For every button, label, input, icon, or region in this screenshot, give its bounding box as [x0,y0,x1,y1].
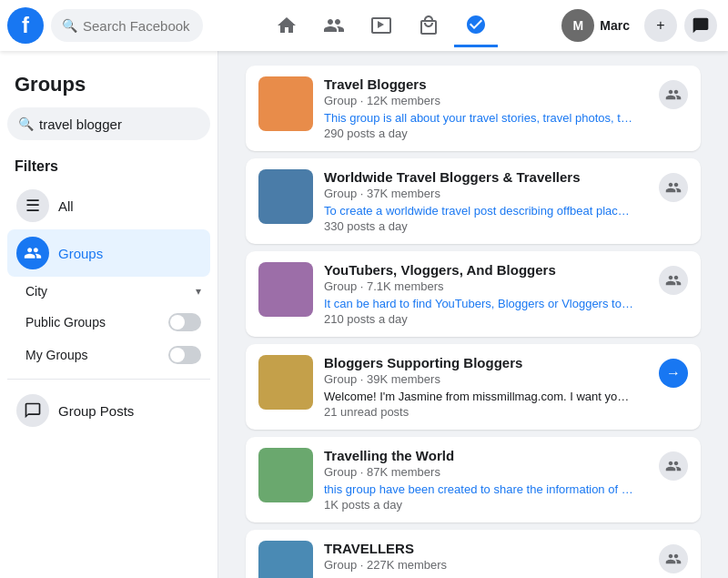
topnav-right: M Marc + [543,5,728,46]
group-card[interactable]: Travel Bloggers Group · 12K members This… [246,66,701,151]
group-posts-count: 290 posts a day [324,127,648,140]
group-card[interactable]: Bloggers Supporting Bloggers Group · 39K… [246,344,701,430]
sidebar-search-input[interactable] [39,117,212,132]
sidebar-title: Groups [7,66,210,107]
nav-friends[interactable] [312,4,356,47]
public-groups-toggle[interactable] [168,313,201,331]
my-groups-toggle[interactable] [168,346,201,364]
groups-list: Travel Bloggers Group · 12K members This… [246,66,701,578]
public-groups-label: Public Groups [25,315,106,330]
sidebar-search[interactable]: 🔍 [7,107,210,140]
group-info: Worldwide Travel Bloggers & Travellers G… [324,169,648,233]
group-thumbnail [258,541,313,578]
group-description: This group is all about your travel stor… [324,111,633,125]
sidebar-sub-city[interactable]: City ▾ [7,277,210,306]
group-info: Travelling the World Group · 87K members… [324,448,648,512]
search-icon: 🔍 [62,18,77,33]
group-thumbnail [258,76,313,131]
group-action: → [659,359,688,388]
sidebar: Groups 🔍 Filters ☰ All Groups City ▾ Pub… [0,51,218,578]
group-name: Worldwide Travel Bloggers & Travellers [324,169,648,185]
search-input[interactable] [83,18,192,34]
group-meta: Group · 37K members [324,187,648,200]
join-group-button[interactable] [659,544,688,573]
user-profile-button[interactable]: M Marc [554,5,637,46]
join-group-button[interactable] [659,80,688,109]
group-name: Bloggers Supporting Bloggers [324,355,648,370]
join-group-button[interactable] [659,266,688,295]
group-meta: Group · 87K members [324,465,648,479]
group-action [659,80,688,109]
group-thumb-placeholder [258,541,313,578]
group-name: Travelling the World [324,448,648,463]
group-posts-count: 210 posts a day [324,312,648,326]
group-card[interactable]: Travelling the World Group · 87K members… [246,437,701,522]
topnav-center [218,4,543,47]
group-action [659,544,688,573]
group-posts-count: 21 unread posts [324,405,648,419]
group-card[interactable]: YouTubers, Vloggers, And Bloggers Group … [246,251,701,337]
nav-watch[interactable] [359,4,403,47]
group-posts-count: 330 posts a day [324,219,648,233]
group-card[interactable]: Worldwide Travel Bloggers & Travellers G… [246,158,701,244]
group-meta: Group · 7.1K members [324,279,648,293]
nav-marketplace[interactable] [407,4,450,47]
avatar: M [561,9,594,42]
sidebar-sub-public-groups[interactable]: Public Groups [7,306,210,339]
join-group-button[interactable] [659,451,688,481]
chevron-down-icon: ▾ [196,285,201,298]
nav-home[interactable] [265,4,308,47]
sidebar-item-all-label: All [58,198,201,214]
sidebar-item-group-posts[interactable]: Group Posts [7,387,210,434]
filters-label: Filters [7,155,210,182]
user-name: Marc [600,18,630,33]
group-action [659,266,688,295]
group-thumb-placeholder [258,262,313,317]
sidebar-item-group-posts-label: Group Posts [58,403,201,419]
messenger-button[interactable] [684,9,717,42]
main-layout: Groups 🔍 Filters ☰ All Groups City ▾ Pub… [0,51,728,578]
all-icon: ☰ [16,189,49,222]
group-posts-count: 1K posts a day [324,498,648,512]
sidebar-search-icon: 🔍 [18,117,34,131]
group-info: YouTubers, Vloggers, And Bloggers Group … [324,262,648,326]
group-info: TRAVELLERS Group · 227K members WELCOME … [324,541,648,578]
my-groups-label: My Groups [25,348,87,362]
sidebar-divider [7,379,210,380]
join-group-button[interactable] [659,173,688,202]
topnav-left: f 🔍 [0,7,218,44]
group-thumbnail [258,355,313,410]
search-bar[interactable]: 🔍 [51,9,203,42]
group-description: this group have been created to share th… [324,482,633,496]
group-name: Travel Bloggers [324,76,648,92]
sidebar-item-all[interactable]: ☰ All [7,182,210,229]
group-card[interactable]: TRAVELLERS Group · 227K members WELCOME … [246,530,701,578]
group-description: To create a worldwide travel post descri… [324,204,633,218]
group-action [659,173,688,202]
groups-icon [16,237,49,269]
group-name: YouTubers, Vloggers, And Bloggers [324,262,648,278]
group-meta: Group · 12K members [324,94,648,107]
group-thumbnail [258,169,313,224]
group-meta: Group · 227K members [324,558,648,572]
city-label: City [25,284,47,299]
group-thumbnail [258,448,313,502]
main-content: Travel Bloggers Group · 12K members This… [218,51,728,578]
facebook-logo[interactable]: f [7,7,44,44]
group-thumbnail [258,262,313,317]
group-posts-icon [16,394,49,427]
group-thumb-placeholder [258,76,313,131]
group-info: Bloggers Supporting Bloggers Group · 39K… [324,355,648,419]
sidebar-item-groups[interactable]: Groups [7,229,210,277]
group-description: It can be hard to find YouTubers, Blogge… [324,297,633,310]
add-button[interactable]: + [644,9,677,42]
group-name: TRAVELLERS [324,541,648,556]
group-thumb-placeholder [258,169,313,224]
nav-groups[interactable] [454,4,498,47]
group-thumb-placeholder [258,355,313,410]
group-meta: Group · 39K members [324,372,648,386]
sidebar-item-groups-label: Groups [58,246,201,261]
group-action [659,451,688,481]
sidebar-sub-my-groups[interactable]: My Groups [7,339,210,371]
join-group-button[interactable]: → [659,359,688,388]
